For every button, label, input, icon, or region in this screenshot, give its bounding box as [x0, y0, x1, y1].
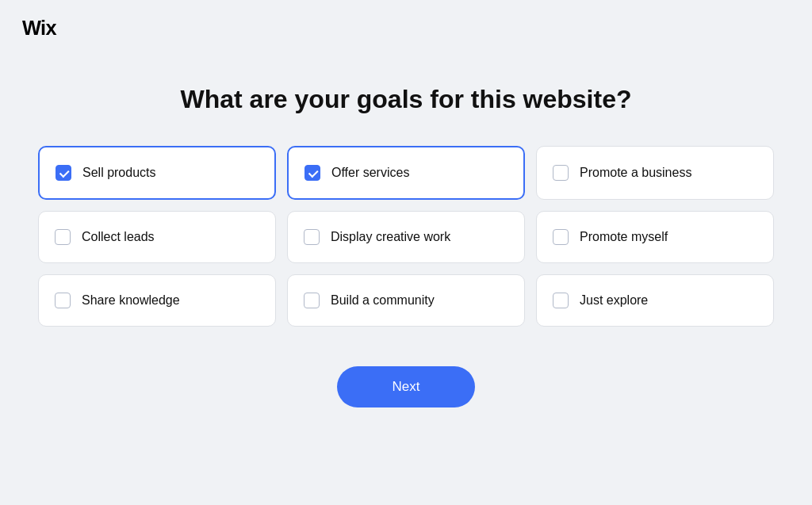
main-content: What are your goals for this website? Se… — [0, 61, 812, 439]
next-button[interactable]: Next — [337, 366, 476, 407]
option-card-sell-products[interactable]: Sell products — [38, 146, 276, 200]
header: Wix — [0, 0, 812, 61]
option-label-offer-services: Offer services — [331, 166, 409, 180]
option-label-build-community: Build a community — [331, 293, 435, 308]
checkbox-offer-services — [304, 165, 320, 181]
option-label-promote-myself: Promote myself — [580, 230, 668, 244]
option-label-just-explore: Just explore — [580, 293, 648, 308]
option-card-share-knowledge[interactable]: Share knowledge — [38, 274, 276, 327]
options-grid: Sell productsOffer servicesPromote a bus… — [38, 146, 774, 327]
checkbox-promote-business — [553, 165, 569, 181]
option-label-share-knowledge: Share knowledge — [82, 293, 180, 308]
option-card-offer-services[interactable]: Offer services — [287, 146, 525, 200]
svg-text:Wix: Wix — [22, 17, 56, 39]
option-card-collect-leads[interactable]: Collect leads — [38, 211, 276, 263]
option-label-display-creative: Display creative work — [331, 230, 450, 244]
option-label-promote-business: Promote a business — [580, 166, 691, 180]
option-label-sell-products: Sell products — [82, 166, 156, 180]
checkbox-collect-leads — [55, 229, 71, 245]
checkbox-sell-products — [56, 165, 71, 181]
option-card-promote-business[interactable]: Promote a business — [536, 146, 774, 200]
option-label-collect-leads: Collect leads — [82, 230, 155, 244]
checkbox-build-community — [304, 293, 320, 308]
checkbox-display-creative — [304, 229, 320, 245]
wix-logo: Wix — [22, 16, 790, 45]
checkbox-just-explore — [553, 293, 569, 308]
option-card-build-community[interactable]: Build a community — [287, 274, 525, 327]
option-card-just-explore[interactable]: Just explore — [536, 274, 774, 327]
checkbox-share-knowledge — [55, 293, 71, 308]
page-title: What are your goals for this website? — [181, 85, 632, 114]
option-card-display-creative[interactable]: Display creative work — [287, 211, 525, 263]
option-card-promote-myself[interactable]: Promote myself — [536, 211, 774, 263]
checkbox-promote-myself — [553, 229, 569, 245]
